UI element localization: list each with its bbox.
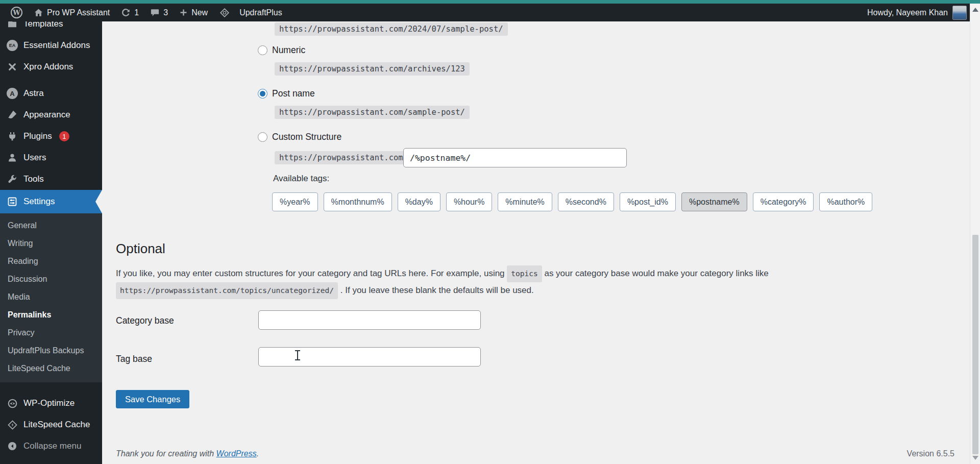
- updraftplus-button[interactable]: UpdraftPlus: [213, 4, 288, 21]
- sidebar-item-tools[interactable]: Tools: [0, 168, 102, 190]
- sidebar-item-litespeed[interactable]: LiteSpeed Cache: [0, 414, 102, 435]
- custom-structure-input[interactable]: [403, 148, 627, 167]
- collapse-menu-button[interactable]: Collapse menu: [0, 435, 102, 457]
- down-triangle-icon: [972, 456, 978, 460]
- tag-button-post-id[interactable]: %post_id%: [620, 192, 676, 211]
- sidebar-item-astra[interactable]: A Astra: [0, 83, 102, 104]
- save-changes-button[interactable]: Save Changes: [116, 390, 189, 408]
- description-text: . If you leave these blank the defaults …: [340, 285, 534, 295]
- numeric-radio[interactable]: [258, 45, 267, 55]
- new-content-button[interactable]: New: [174, 4, 213, 21]
- footer-thanks: Thank you for creating with WordPress.: [116, 449, 259, 458]
- tag-button-category[interactable]: %category%: [753, 192, 814, 211]
- update-icon: [121, 8, 131, 17]
- tag-button-hour[interactable]: %hour%: [446, 192, 492, 211]
- vertical-scrollbar[interactable]: [970, 4, 980, 464]
- numeric-option[interactable]: Numeric: [258, 45, 305, 56]
- sidebar-item-templates[interactable]: Templates: [0, 21, 102, 35]
- updates-button[interactable]: 1: [115, 4, 144, 21]
- optional-heading: Optional: [116, 241, 165, 257]
- sidebar-item-essential-addons[interactable]: EA Essential Addons: [0, 35, 102, 56]
- user-avatar[interactable]: [952, 6, 967, 20]
- numeric-radio-label: Numeric: [272, 45, 305, 56]
- comment-count: 3: [163, 8, 168, 17]
- submenu-item-writing[interactable]: Writing: [0, 234, 102, 252]
- tag-base-label: Tag base: [116, 354, 152, 364]
- scroll-up-arrow[interactable]: [970, 5, 980, 15]
- sidebar-item-appearance[interactable]: Appearance: [0, 104, 102, 126]
- custom-structure-option[interactable]: Custom Structure: [258, 132, 341, 142]
- submenu-item-privacy[interactable]: Privacy: [0, 324, 102, 341]
- tag-button-day[interactable]: %day%: [398, 192, 440, 211]
- submenu-item-general[interactable]: General: [0, 216, 102, 234]
- sidebar-item-label: Astra: [23, 88, 44, 99]
- wordpress-admin-screen: W Pro WP Assistant 1 3: [0, 0, 980, 464]
- sidebar-item-label: Appearance: [23, 110, 70, 120]
- tag-base-input[interactable]: [258, 347, 481, 367]
- tag-button-year[interactable]: %year%: [272, 192, 318, 211]
- optional-description: If you like, you may enter custom struct…: [116, 265, 779, 299]
- wordpress-menu-button[interactable]: W: [5, 4, 28, 21]
- post-name-radio[interactable]: [258, 89, 267, 99]
- site-name-button[interactable]: Pro WP Assistant: [28, 4, 115, 21]
- tag-button-minute[interactable]: %minute%: [498, 192, 552, 211]
- astra-icon: A: [6, 88, 18, 99]
- sidebar-item-label: Settings: [23, 197, 55, 207]
- submenu-item-media[interactable]: Media: [0, 288, 102, 306]
- sidebar-item-settings[interactable]: Settings: [0, 190, 102, 213]
- submenu-item-updraftplus-backups[interactable]: UpdraftPlus Backups: [0, 341, 102, 359]
- plugins-update-badge: 1: [59, 131, 69, 141]
- admin-bar: W Pro WP Assistant 1 3: [0, 4, 970, 21]
- tag-button-postname[interactable]: %postname%: [681, 192, 747, 211]
- footer-period: .: [257, 449, 259, 458]
- sidebar-group-gap: [0, 78, 102, 83]
- paintbrush-icon: [6, 110, 18, 120]
- scrollbar-thumb[interactable]: [972, 235, 978, 454]
- wordpress-link[interactable]: WordPress: [216, 449, 257, 458]
- sidebar-item-label: Xpro Addons: [23, 62, 73, 72]
- footer-version: Version 6.5.5: [907, 449, 954, 458]
- admin-bar-left: W Pro WP Assistant 1 3: [0, 4, 288, 21]
- active-menu-arrow: [95, 190, 102, 213]
- sidebar-item-label: Templates: [23, 21, 63, 29]
- plus-icon: [179, 8, 188, 17]
- sidebar-item-label: WP-Optimize: [23, 398, 75, 408]
- sidebar-item-label: Users: [23, 153, 46, 163]
- folder-icon: [6, 21, 18, 29]
- user-icon: [6, 153, 18, 163]
- sidebar-item-xpro-addons[interactable]: Xpro Addons: [0, 56, 102, 78]
- description-text: as your category base would make your ca…: [544, 268, 768, 278]
- updraftplus-label: UpdraftPlus: [239, 8, 282, 17]
- comment-icon: [150, 8, 160, 17]
- home-icon: [34, 8, 43, 17]
- post-name-option[interactable]: Post name: [258, 88, 315, 99]
- tag-button-monthnum[interactable]: %monthnum%: [324, 192, 392, 211]
- custom-structure-radio[interactable]: [258, 132, 267, 142]
- submenu-item-discussion[interactable]: Discussion: [0, 270, 102, 288]
- window-top-strip: [0, 0, 980, 4]
- collapse-menu-label: Collapse menu: [23, 441, 81, 451]
- sidebar-item-label: Plugins: [23, 131, 52, 141]
- scroll-down-arrow[interactable]: [970, 453, 980, 463]
- site-name-label: Pro WP Assistant: [47, 8, 110, 17]
- submenu-item-permalinks[interactable]: Permalinks: [0, 306, 102, 324]
- sidebar-mid-group: A Astra Appearance Plugins 1: [0, 83, 102, 190]
- howdy-label[interactable]: Howdy, Nayeem Khan: [867, 8, 948, 17]
- footer-thanks-text: Thank you for creating with: [116, 449, 214, 458]
- wp-optimize-icon: [6, 398, 18, 409]
- comments-button[interactable]: 3: [144, 4, 174, 21]
- updraftplus-diamond-icon: [219, 7, 230, 18]
- category-base-input[interactable]: [258, 310, 481, 330]
- plugin-icon: [6, 131, 18, 141]
- wrench-icon: [6, 174, 18, 184]
- optional-description-line2: https://prowpassistant.com/topics/uncate…: [116, 282, 779, 299]
- tag-button-second[interactable]: %second%: [558, 192, 614, 211]
- sidebar-item-plugins[interactable]: Plugins 1: [0, 126, 102, 147]
- tag-button-author[interactable]: %author%: [819, 192, 872, 211]
- admin-sidebar: Templates EA Essential Addons Xpro Addon…: [0, 21, 102, 464]
- submenu-item-litespeed-cache[interactable]: LiteSpeed Cache: [0, 359, 102, 377]
- post-name-radio-label: Post name: [272, 88, 315, 99]
- submenu-item-reading[interactable]: Reading: [0, 252, 102, 270]
- sidebar-item-users[interactable]: Users: [0, 147, 102, 168]
- sidebar-item-wp-optimize[interactable]: WP-Optimize: [0, 393, 102, 414]
